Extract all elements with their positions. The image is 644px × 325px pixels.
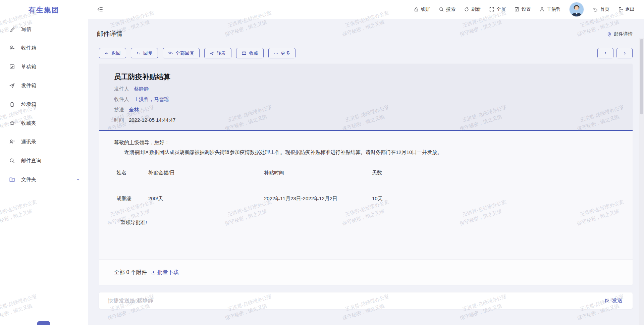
- topbar: 锁屏 搜索 刷新 全屏 设置 王洪哲 首页: [88, 0, 644, 19]
- sidebar-item-label: 发件箱: [21, 83, 36, 89]
- scrollbar-thumb[interactable]: [640, 39, 643, 114]
- sidebar-item-label: 写信: [21, 26, 31, 33]
- settings-label: 设置: [522, 6, 531, 12]
- sidebar-item-compose[interactable]: 写信: [0, 20, 88, 39]
- current-user-name: 王洪哲: [547, 6, 561, 12]
- time-label: 时间: [114, 117, 124, 123]
- menu-fold-icon[interactable]: [97, 6, 104, 13]
- chevron-down-icon: [76, 177, 80, 182]
- more-button[interactable]: 更多: [268, 48, 296, 58]
- from-label: 发件人: [114, 86, 129, 92]
- to-value[interactable]: 王洪哲，马雪瑶: [134, 96, 169, 103]
- contacts-icon: [9, 139, 15, 145]
- from-value[interactable]: 蔡静静: [134, 86, 149, 92]
- home-label: 首页: [600, 6, 609, 12]
- inbox-icon: [9, 45, 15, 51]
- main-content: 邮件详情 邮件详情 返回 回复 全部回复 转发 收藏 更多: [88, 19, 644, 325]
- reply-all-label: 全部回复: [175, 50, 194, 56]
- lock-screen-button[interactable]: 锁屏: [414, 6, 430, 12]
- refresh-button[interactable]: 刷新: [464, 6, 481, 12]
- batch-download-link[interactable]: 批量下载: [151, 269, 179, 276]
- chevron-right-icon: [623, 51, 627, 55]
- breadcrumb: 邮件详情: [607, 31, 633, 37]
- send-button[interactable]: 发送: [604, 297, 623, 304]
- breadcrumb-label: 邮件详情: [614, 31, 633, 37]
- mail-toolbar: 返回 回复 全部回复 转发 收藏 更多: [99, 48, 296, 58]
- logout-button[interactable]: 退出: [618, 6, 635, 12]
- batch-download-label: 批量下载: [157, 269, 179, 276]
- arrow-left-icon: [104, 51, 109, 56]
- logout-icon: [618, 7, 623, 12]
- forward-icon: [210, 51, 214, 56]
- forward-button[interactable]: 转发: [204, 48, 231, 58]
- settings-button[interactable]: 设置: [514, 6, 531, 12]
- sidebar-item-contacts[interactable]: 通讯录: [0, 132, 88, 151]
- lock-screen-label: 锁屏: [421, 6, 430, 12]
- mail-star-icon: [241, 51, 247, 56]
- sidebar-item-inbox[interactable]: 收件箱: [0, 39, 88, 57]
- next-mail-button[interactable]: [616, 48, 633, 58]
- subsidy-table: 姓名 补贴金额/日 补贴时间 天数 胡鹏濠 200/天 2022年11月23日-…: [116, 169, 618, 202]
- hidden-action-pill[interactable]: [37, 321, 50, 325]
- lock-icon: [414, 7, 419, 12]
- quick-send-input[interactable]: [108, 297, 604, 304]
- table-cell: 10天: [372, 195, 618, 202]
- sidebar-item-trash[interactable]: 垃圾箱: [0, 95, 88, 114]
- table-cell: 胡鹏濠: [116, 195, 148, 202]
- favorite-button[interactable]: 收藏: [236, 48, 264, 58]
- user-avatar[interactable]: [569, 2, 584, 17]
- outbox-icon: [9, 83, 15, 89]
- scrollbar[interactable]: [639, 38, 644, 325]
- mail-pager: [597, 48, 633, 58]
- global-search-label: 搜索: [446, 6, 455, 12]
- table-cell: 200/天: [148, 195, 264, 202]
- sidebar-item-label: 收藏夹: [21, 120, 36, 126]
- mail-body-section: 尊敬的上级领导，您好： 近期福田区数据团队成员胡鹏濠被抽调沙头街道参加疫情数据处…: [99, 131, 633, 260]
- sidebar-item-drafts[interactable]: 草稿箱: [0, 57, 88, 76]
- home-button[interactable]: 首页: [592, 6, 609, 12]
- chevron-left-icon: [603, 51, 608, 55]
- sidebar-item-folders[interactable]: 文件夹: [0, 170, 88, 189]
- more-dots-icon: [274, 51, 278, 56]
- reply-icon: [136, 51, 141, 56]
- to-label: 收件人: [114, 96, 129, 103]
- sidebar-item-label: 通讯录: [21, 139, 36, 145]
- back-button[interactable]: 返回: [99, 48, 126, 58]
- global-search-button[interactable]: 搜索: [439, 6, 455, 12]
- table-cell: 2022年11月23日-2022年12月2日: [264, 195, 372, 202]
- brand-logo: 有生集团: [0, 0, 88, 20]
- mail-closing: 望领导批准!: [120, 219, 618, 226]
- cc-label: 抄送: [114, 106, 124, 113]
- current-user[interactable]: 王洪哲: [539, 6, 561, 12]
- reply-all-button[interactable]: 全部回复: [163, 48, 200, 58]
- logout-label: 退出: [625, 6, 635, 12]
- sidebar-item-label: 草稿箱: [21, 64, 36, 70]
- page-title: 邮件详情: [97, 30, 122, 38]
- fullscreen-button[interactable]: 全屏: [489, 6, 506, 12]
- favorite-label: 收藏: [249, 50, 258, 56]
- more-label: 更多: [281, 50, 290, 56]
- trash-icon: [9, 101, 15, 107]
- previous-mail-button[interactable]: [597, 48, 613, 58]
- search-icon: [9, 158, 15, 164]
- forward-label: 转发: [217, 50, 226, 56]
- sidebar-item-sent[interactable]: 发件箱: [0, 76, 88, 95]
- mail-subject: 员工防疫补贴结算: [114, 72, 618, 82]
- sidebar: 有生集团 写信 收件箱 草稿箱 发件箱 垃圾箱 收藏夹 通讯录 邮件查询 文件夹: [0, 0, 88, 325]
- fullscreen-icon: [489, 7, 494, 12]
- mail-header-section: 员工防疫补贴结算 发件人 蔡静静 收件人 王洪哲，马雪瑶 抄送 全林 时间 20…: [99, 64, 633, 130]
- back-label: 返回: [111, 50, 121, 56]
- location-pin-icon: [607, 32, 612, 37]
- cc-value[interactable]: 全林: [129, 106, 139, 113]
- settings-icon: [514, 7, 520, 12]
- star-icon: [9, 120, 15, 126]
- attachments-section: 全部 0 个附件 批量下载: [99, 260, 633, 285]
- send-label: 发送: [612, 297, 623, 304]
- sidebar-item-mail-search[interactable]: 邮件查询: [0, 151, 88, 170]
- mail-paragraph: 近期福田区数据团队成员胡鹏濠被抽调沙头街道参加疫情数据处理工作。现根据防疫补贴标…: [114, 149, 618, 156]
- send-triangle-icon: [604, 298, 610, 304]
- pencil-icon: [9, 26, 15, 32]
- sidebar-item-favorites[interactable]: 收藏夹: [0, 114, 88, 132]
- reply-button[interactable]: 回复: [131, 48, 158, 58]
- table-header: 姓名: [116, 169, 148, 176]
